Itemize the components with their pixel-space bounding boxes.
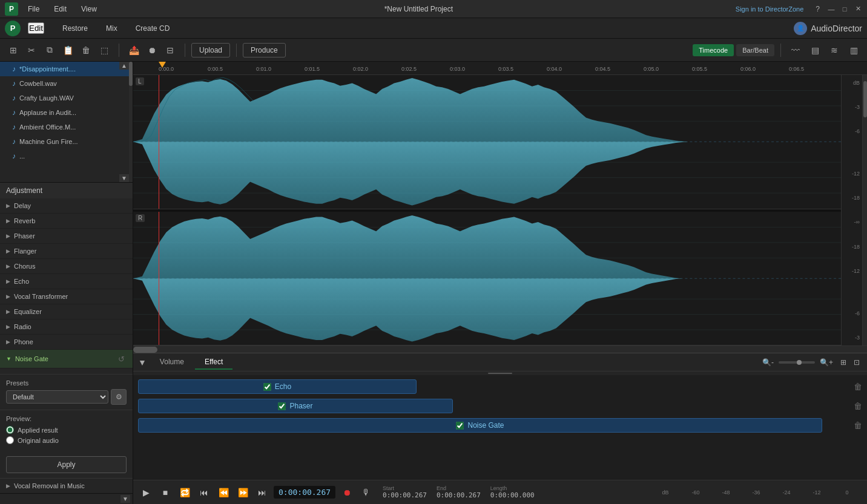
phaser-checkbox[interactable] xyxy=(278,402,286,410)
echo-delete-button[interactable]: 🗑 xyxy=(854,382,862,391)
adj-equalizer[interactable]: ▶ Equalizer xyxy=(0,304,133,319)
tab-volume[interactable]: Volume xyxy=(150,355,194,370)
waveform-btn[interactable]: 〰 xyxy=(787,42,804,58)
toolbar-copy-btn[interactable]: ⧉ xyxy=(41,42,58,58)
effect-chip-phaser[interactable]: Phaser xyxy=(138,399,453,413)
adj-vocal-transformer[interactable]: ▶ Vocal Transformer xyxy=(0,289,133,304)
next-button[interactable]: ⏭ xyxy=(254,485,270,500)
barbeat-button[interactable]: Bar/Beat xyxy=(736,44,774,56)
produce-button[interactable]: Produce xyxy=(243,43,286,57)
file-item-4[interactable]: ♪ Ambient Office.M... xyxy=(0,120,133,134)
adj-noise-gate[interactable]: ▼ Noise Gate ↺ xyxy=(0,350,133,368)
toolbar-delete-btn[interactable]: 🗑 xyxy=(77,42,94,58)
file-name-5: Machine Gun Fire... xyxy=(19,138,78,145)
ff-button[interactable]: ⏩ xyxy=(235,485,251,500)
zoom-fit-button[interactable]: ⊞ xyxy=(838,357,849,368)
toolbar-record-btn[interactable]: ⏺ xyxy=(143,42,160,58)
preset-select[interactable]: Default xyxy=(6,390,108,404)
vocal-removal-arrow: ▶ xyxy=(6,483,10,489)
file-item-5[interactable]: ♪ Machine Gun Fire... xyxy=(0,134,133,149)
noisegate-checkbox[interactable] xyxy=(456,422,464,430)
file-item-0[interactable]: ♪ *Disappointment.... xyxy=(0,62,133,76)
adj-chorus[interactable]: ▶ Chorus xyxy=(0,259,133,274)
loop-button[interactable]: 🔁 xyxy=(177,485,193,500)
vocal-transformer-label: Vocal Transformer xyxy=(14,293,68,300)
effect-chip-noisegate[interactable]: Noise Gate xyxy=(138,418,822,433)
equalizer-label: Equalizer xyxy=(14,308,42,315)
right-scrollbar[interactable] xyxy=(862,75,867,345)
upload-button[interactable]: Upload xyxy=(191,43,230,57)
file-item-3[interactable]: ♪ Applause in Audit... xyxy=(0,105,133,120)
play-button[interactable]: ▶ xyxy=(138,485,154,500)
waveform2-btn[interactable]: ≋ xyxy=(826,42,843,58)
help-icon[interactable]: ? xyxy=(816,5,820,13)
zoom-slider[interactable] xyxy=(779,361,815,364)
tab-effect[interactable]: Effect xyxy=(195,355,232,370)
noise-gate-reset[interactable]: ↺ xyxy=(116,353,127,364)
file-menu[interactable]: File xyxy=(23,4,44,15)
horizontal-scrollbar[interactable] xyxy=(133,345,867,353)
toolbar-grid2-btn[interactable]: ⊟ xyxy=(162,42,179,58)
create-cd-nav[interactable]: Create CD xyxy=(136,24,170,33)
zoom-in-button[interactable]: 🔍+ xyxy=(817,357,836,368)
original-audio-row[interactable]: Original audio xyxy=(6,436,127,444)
prev-button[interactable]: ⏮ xyxy=(196,485,212,500)
view-menu[interactable]: View xyxy=(76,4,102,15)
collapse-button[interactable]: ▼ xyxy=(138,358,147,367)
minimize-button[interactable]: — xyxy=(827,5,836,13)
time-display: 0:00:00.267 xyxy=(274,486,335,499)
track-l[interactable]: L xyxy=(133,75,841,209)
adj-flanger[interactable]: ▶ Flanger xyxy=(0,244,133,259)
mix-nav[interactable]: Mix xyxy=(106,24,117,33)
toolbar-crop-btn[interactable]: ⬚ xyxy=(96,42,113,58)
apply-button[interactable]: Apply xyxy=(6,456,127,473)
adj-reverb[interactable]: ▶ Reverb xyxy=(0,214,133,229)
vocal-removal-item[interactable]: ▶ Vocal Removal in Music xyxy=(0,478,133,493)
file-icon-2: ♪ xyxy=(12,94,16,102)
zoom-select-button[interactable]: ⊡ xyxy=(851,357,862,368)
adj-echo[interactable]: ▶ Echo xyxy=(0,274,133,289)
zoom-out-button[interactable]: 🔍- xyxy=(760,357,776,368)
start-value: 0:00:00.267 xyxy=(383,491,427,499)
monitor-button[interactable]: 🎙 xyxy=(358,485,374,500)
preset-gear-button[interactable]: ⚙ xyxy=(111,389,127,405)
record-button[interactable]: ⏺ xyxy=(339,485,355,500)
adj-delay[interactable]: ▶ Delay xyxy=(0,198,133,214)
applied-result-radio[interactable] xyxy=(6,426,14,434)
effect-chip-echo[interactable]: Echo xyxy=(138,379,417,394)
file-list-scrollbar[interactable] xyxy=(129,62,133,182)
edit-menu[interactable]: Edit xyxy=(49,4,71,15)
maximize-button[interactable]: □ xyxy=(840,5,849,13)
spectrum-btn[interactable]: ▤ xyxy=(806,42,823,58)
applied-result-row[interactable]: Applied result xyxy=(6,426,127,434)
close-button[interactable]: ✕ xyxy=(854,5,862,13)
noisegate-delete-button[interactable]: 🗑 xyxy=(854,421,862,430)
toolbar-export-btn[interactable]: 📤 xyxy=(125,42,142,58)
sign-in-link[interactable]: Sign in to DirectorZone xyxy=(736,5,804,13)
toolbar-paste-btn[interactable]: 📋 xyxy=(59,42,76,58)
left-scroll-down[interactable]: ▼ xyxy=(120,495,130,503)
echo-checkbox[interactable] xyxy=(263,383,271,391)
effect-row-noisegate: Noise Gate 🗑 xyxy=(133,416,867,434)
scale-12: -12 xyxy=(802,489,832,496)
adj-radio[interactable]: ▶ Radio xyxy=(0,319,133,335)
bars-btn[interactable]: ▥ xyxy=(845,42,862,58)
file-item-1[interactable]: ♪ Cowbell.wav xyxy=(0,76,133,91)
adj-phone[interactable]: ▶ Phone xyxy=(0,335,133,350)
original-audio-radio[interactable] xyxy=(6,436,14,444)
edit-button[interactable]: Edit xyxy=(28,22,44,34)
file-item-6[interactable]: ♪ ... xyxy=(0,149,133,163)
file-item-2[interactable]: ♪ Crafty Laugh.WAV xyxy=(0,91,133,105)
toolbar-grid-btn[interactable]: ⊞ xyxy=(5,42,22,58)
rew-button[interactable]: ⏪ xyxy=(216,485,231,500)
track-r[interactable]: R xyxy=(133,212,841,346)
phaser-delete-button[interactable]: 🗑 xyxy=(854,401,862,411)
timecode-button[interactable]: Timecode xyxy=(693,44,734,56)
adj-phaser[interactable]: ▶ Phaser xyxy=(0,229,133,244)
file-scroll-down[interactable]: ▼ xyxy=(119,174,129,182)
toolbar-scissors-btn[interactable]: ✂ xyxy=(23,42,40,58)
restore-nav[interactable]: Restore xyxy=(62,24,88,33)
file-scroll-up[interactable]: ▲ xyxy=(119,62,129,70)
timeline[interactable]: 0:00.0 0:00.5 0:01.0 0:01.5 0:02.0 0:02.… xyxy=(133,62,867,75)
stop-button[interactable]: ■ xyxy=(157,485,173,500)
